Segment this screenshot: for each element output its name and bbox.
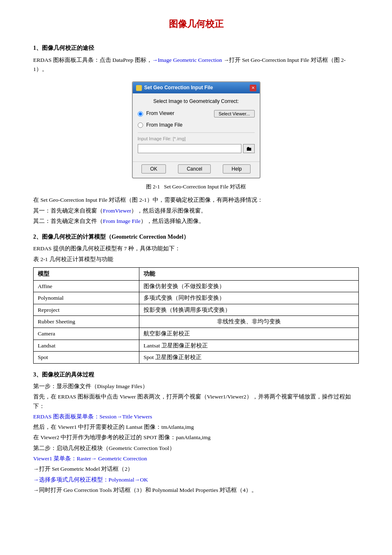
dialog-app-icon [136, 85, 142, 91]
table-row: Polynomial 多项式变换（同时作投影变换） [34, 292, 359, 304]
dialog-browse-button[interactable]: 🖿 [243, 144, 255, 153]
section1-line1: ERDAS 图标面板工具条：点击 DataPrep 图标，→Image Geom… [33, 56, 359, 74]
table-cell-model: Landsat [34, 340, 139, 352]
dialog-select-viewer-button[interactable]: Select Viewer... [214, 110, 255, 117]
step2-line4: →同时打开 Geo Correction Tools 对话框（3）和 Polyn… [33, 486, 359, 495]
section1-body-line2-prefix: 其一：首先确定来自视窗（ [33, 208, 103, 214]
dialog-file-input[interactable] [138, 144, 241, 153]
step2-line1-blue: Viewer1 菜单条：Raster→ Geometric Correction [33, 455, 147, 462]
section1-line1-prefix: ERDAS 图标面板工具条：点击 DataPrep 图标， [33, 57, 152, 63]
step1-heading: 第一步：显示图像文件（Display Image Files） [33, 382, 359, 391]
table-caption: 表 2-1 几何校正计算模型与功能 [33, 255, 359, 264]
table-cell-function: 非线性变换、非均匀变换 [139, 316, 359, 328]
step1-line2: ERDAS 图表面板菜单条：Session→Title Viewers [33, 412, 359, 421]
step2-line2: →打开 Set Geometric Model 对话框（2） [33, 465, 359, 474]
model-table: 模型 功能 Affine 图像仿射变换（不做投影变换） Polynomial 多… [33, 267, 359, 364]
section1-body-line3-suffix: ），然后选择输入图像。 [141, 218, 205, 224]
dialog-titlebar-text: Set Geo Correction Input File [136, 84, 213, 92]
table-cell-model: Camera [34, 328, 139, 340]
table-header-model: 模型 [34, 267, 139, 280]
table-row: Affine 图像仿射变换（不做投影变换） [34, 280, 359, 292]
step2-line1: Viewer1 菜单条：Raster→ Geometric Correction [33, 454, 359, 463]
dialog-help-button[interactable]: Help [223, 164, 251, 174]
dialog-option1-radio[interactable] [138, 111, 143, 117]
dialog-container: Set Geo Correction Input File ✕ Select I… [33, 81, 359, 178]
dialog-footer: OK Cancel Help [133, 161, 260, 178]
section1-body-line1: 在 Set Geo-Correction Input File 对话框（图 2-… [33, 196, 359, 205]
step1-heading-text: 第一步：显示图像文件（Display Image Files） [33, 383, 148, 389]
step2-heading: 第二步：启动几何校正模块（Geometric Correction Tool） [33, 444, 359, 453]
dialog-titlebar: Set Geo Correction Input File ✕ [133, 82, 260, 93]
dialog-option2-radio[interactable] [138, 122, 143, 128]
dialog-option1-row: From Viewer Select Viewer... [138, 110, 255, 117]
dialog-body: Select Image to Geometrically Correct: F… [133, 93, 260, 161]
dialog-title: Set Geo Correction Input File [144, 84, 213, 92]
step2-line3-blue: →选择多项式几何校正模型：Polynomial→OK [33, 477, 148, 483]
figure-caption: 图 2-1 Set Geo-Correction Input File 对话框 [33, 183, 359, 191]
section2-heading: 2、图像几何校正的计算模型（Geometric Correction Model… [33, 232, 359, 242]
step2-line3: →选择多项式几何校正模型：Polynomial→OK [33, 475, 359, 484]
section1-fromimagefile: From Image File [103, 218, 141, 224]
figure-caption-text: 图 2-1 Set Geo-Correction Input File 对话框 [146, 183, 246, 190]
dialog-option1-label: From Viewer [146, 110, 211, 117]
dialog-input-label: Input Image File: [*.img] [138, 135, 255, 143]
section1-heading: 1、图像几何校正的途径 [33, 44, 359, 53]
step1-line3: 然后，在 Viewer1 中打开需要校正的 Lantsat 图像：tmAtlan… [33, 423, 359, 432]
section1-body-line2: 其一：首先确定来自视窗（FromViewer），然后选择显示图像视窗。 [33, 206, 359, 215]
table-cell-function: 投影变换（转换调用多项式变换） [139, 304, 359, 316]
table-row: Spot Spot 卫星图像正射校正 [34, 352, 359, 364]
model-table-container: 模型 功能 Affine 图像仿射变换（不做投影变换） Polynomial 多… [33, 267, 359, 364]
step1-line4: 在 Viewer2 中打开作为地理参考的校正过的 SPOT 图像：panAtla… [33, 433, 359, 442]
section2-heading-text: 2、图像几何校正的计算模型（Geometric Correction Model… [33, 234, 189, 240]
dialog-cancel-button[interactable]: Cancel [178, 164, 211, 174]
dialog-prompt: Select Image to Geometrically Correct: [138, 98, 255, 105]
table-cell-function: 图像仿射变换（不做投影变换） [139, 280, 359, 292]
table-row: Camera 航空影像正射校正 [34, 328, 359, 340]
section2-line1: ERDAS 提供的图像几何校正模型有 7 种，具体功能如下： [33, 244, 359, 253]
dialog-close-button[interactable]: ✕ [250, 85, 256, 91]
table-header-function: 功能 [139, 267, 359, 280]
table-header-row: 模型 功能 [34, 267, 359, 280]
table-cell-model: Affine [34, 280, 139, 292]
section1-line1-blue: →Image Geometric Correction [152, 57, 222, 63]
section1-body-line2-suffix: ），然后选择显示图像视窗。 [131, 208, 207, 214]
dialog-option2-row: From Image File [138, 121, 255, 129]
dialog-divider [138, 132, 255, 133]
table-cell-function: Spot 卫星图像正射校正 [139, 352, 359, 364]
table-cell-model: Spot [34, 352, 139, 364]
dialog-input-row: 🖿 [138, 144, 255, 153]
step1-line1: 首先，在 ERDAS 图标面板中点击 Viewer 图表两次，打开两个视窗（Vi… [33, 392, 359, 411]
section1-body-line3: 其二：首先确定来自文件（From Image File），然后选择输入图像。 [33, 217, 359, 226]
table-row: Landsat Lantsat 卫星图像正射校正 [34, 340, 359, 352]
page-title: 图像几何校正 [33, 17, 359, 31]
section1-fromviewer: FromViewer [103, 208, 131, 214]
section1-body-line3-prefix: 其二：首先确定来自文件（ [33, 218, 103, 224]
table-cell-model: Polynomial [34, 292, 139, 304]
dialog-box: Set Geo Correction Input File ✕ Select I… [132, 81, 261, 178]
table-row: Rubber Sheeting 非线性变换、非均匀变换 [34, 316, 359, 328]
step1-line2-blue: ERDAS 图表面板菜单条：Session→Title Viewers [33, 413, 152, 420]
table-cell-function: 航空影像正射校正 [139, 328, 359, 340]
table-cell-model: Rubber Sheeting [34, 316, 139, 328]
table-cell-model: Reproject [34, 304, 139, 316]
section3-heading: 3、图像校正的具体过程 [33, 370, 359, 379]
table-cell-function: Lantsat 卫星图像正射校正 [139, 340, 359, 352]
dialog-option2-label: From Image File [146, 121, 255, 129]
table-row: Reproject 投影变换（转换调用多项式变换） [34, 304, 359, 316]
step2-heading-text: 第二步：启动几何校正模块（Geometric Correction Tool） [33, 445, 175, 451]
dialog-ok-button[interactable]: OK [141, 164, 166, 174]
table-cell-function: 多项式变换（同时作投影变换） [139, 292, 359, 304]
